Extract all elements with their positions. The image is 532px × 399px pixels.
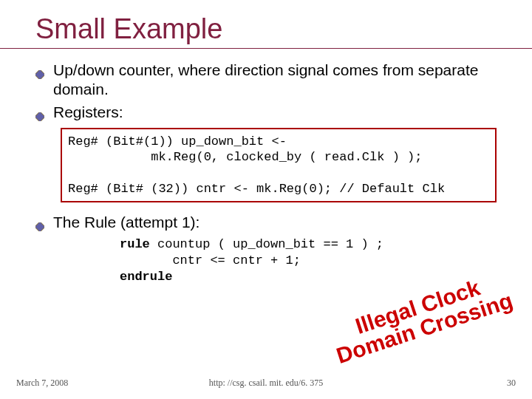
overlay-line: Domain Crossing [333, 288, 515, 368]
code-keyword: rule [120, 237, 150, 251]
footer-page-number: 30 [507, 378, 516, 389]
diamond-icon [35, 216, 44, 236]
bullet-text: Registers: [53, 103, 123, 120]
code-block-rule: rule countup ( up_down_bit == 1 ) ; cntr… [120, 236, 497, 285]
code-line: Reg# (Bit#(1)) up_down_bit <- [68, 134, 287, 149]
slide-title: Small Example [0, 0, 532, 45]
bullet-item: The Rule (attempt 1): [53, 213, 504, 232]
code-line: cntr <= cntr + 1; [120, 253, 301, 267]
diamond-icon [35, 64, 44, 83]
svg-rect-0 [35, 70, 44, 79]
code-text: countup ( up_down_bit == 1 ) ; [150, 237, 383, 251]
footer-url: http: //csg. csail. mit. edu/6. 375 [16, 378, 516, 389]
bullet-item: Registers: [53, 103, 504, 122]
code-box-registers: Reg# (Bit#(1)) up_down_bit <- mk.Reg(0, … [61, 128, 497, 202]
svg-rect-4 [35, 222, 44, 231]
diamond-icon [35, 106, 44, 126]
bullet-text: Up/down counter, where direction signal … [53, 61, 478, 98]
code-line: mk.Reg(0, clocked_by ( read.Clk ) ); [68, 150, 422, 164]
svg-rect-2 [35, 112, 44, 121]
bullet-text: The Rule (attempt 1): [53, 214, 200, 231]
bullet-item: Up/down counter, where direction signal … [53, 61, 504, 100]
content-area: Up/down counter, where direction signal … [0, 49, 532, 285]
code-keyword: endrule [120, 270, 172, 284]
slide: Small Example Up/down counter, where dir… [0, 0, 532, 399]
code-line: Reg# (Bit# (32)) cntr <- mk.Reg(0); // D… [68, 182, 445, 196]
